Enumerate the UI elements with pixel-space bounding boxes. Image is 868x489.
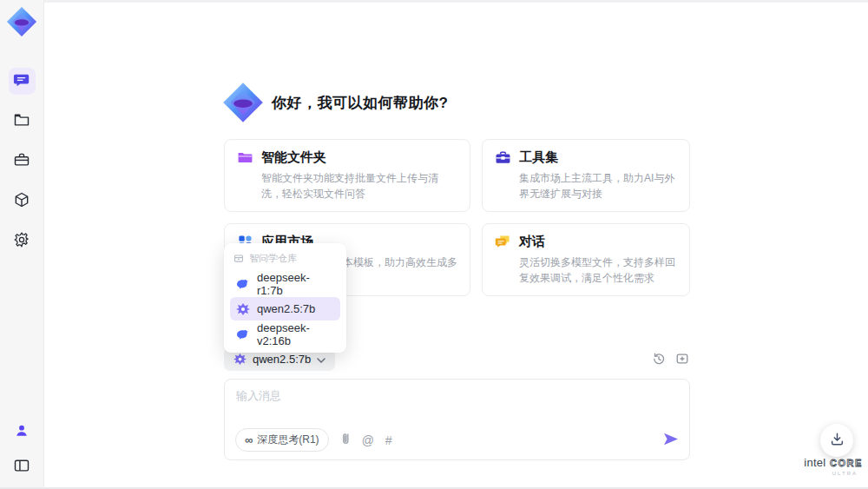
composer-toolbar: ∞ 深度思考(R1) @ # <box>235 428 679 452</box>
cube-icon <box>13 191 30 212</box>
selected-model-label: qwen2.5:7b <box>253 353 311 366</box>
folder-outline-icon <box>13 111 30 132</box>
card-title: 智能文件夹 <box>261 149 326 166</box>
ultra-wordmark: ULTRA <box>804 471 863 476</box>
send-icon <box>663 433 679 448</box>
model-dropdown-header-label: 智问学仓库 <box>249 252 297 265</box>
message-input[interactable]: 输入消息 <box>236 388 281 404</box>
conversation-actions <box>652 352 689 366</box>
gear-icon <box>13 231 30 252</box>
model-option-label: deepseek-v2:16b <box>257 321 334 347</box>
qwen-icon <box>236 302 250 316</box>
composer-icons: @ # <box>341 432 392 449</box>
sidebar-nav <box>0 68 43 254</box>
composer-panel: 输入消息 ∞ 深度思考(R1) @ # <box>224 379 690 460</box>
greeting: 你好，我可以如何帮助你? <box>222 82 448 123</box>
deep-think-toggle[interactable]: ∞ 深度思考(R1) <box>235 428 329 452</box>
history-icon[interactable] <box>652 352 666 366</box>
sidebar-item-chat[interactable] <box>9 68 36 95</box>
model-option-label: qwen2.5:7b <box>257 302 315 315</box>
qwen-icon <box>233 353 247 366</box>
hash-icon[interactable]: # <box>385 434 392 446</box>
download-fab[interactable] <box>820 424 853 457</box>
briefcase-outline-icon <box>13 151 30 172</box>
repository-icon <box>233 253 244 265</box>
model-option-qwen[interactable]: qwen2.5:7b <box>230 297 340 320</box>
chat-bubble-icon <box>495 234 511 250</box>
card-title: 对话 <box>519 234 545 250</box>
card-title: 工具集 <box>519 149 558 166</box>
user-icon <box>13 422 30 443</box>
card-description: 灵活切换多模型文件，支持多样回复效果调试，满足个性化需求 <box>519 254 677 286</box>
core-wordmark: CORE <box>830 458 863 468</box>
window-top-edge <box>43 0 868 3</box>
paperclip-icon[interactable] <box>341 432 351 449</box>
greeting-logo-icon <box>222 82 264 123</box>
card-toolset[interactable]: 工具集 集成市场上主流工具，助力AI与外界无缝扩展与对接 <box>482 139 690 212</box>
sidebar-item-account[interactable] <box>9 419 36 446</box>
card-description: 智能文件夹功能支持批量文件上传与清洗，轻松实现文件问答 <box>261 170 457 202</box>
model-option-deepseek-r1[interactable]: deepseek-r1:7b <box>230 272 340 295</box>
sidebar-item-models[interactable] <box>9 188 36 215</box>
sidebar <box>0 0 44 489</box>
mention-icon[interactable]: @ <box>362 434 374 446</box>
sidebar-item-collapse-panel[interactable] <box>9 453 36 480</box>
sidebar-item-toolbox[interactable] <box>9 148 36 175</box>
app-logo-icon <box>6 6 37 37</box>
greeting-text: 你好，我可以如何帮助你? <box>272 93 448 113</box>
briefcase-icon <box>495 149 511 166</box>
intel-wordmark: intel <box>804 456 825 469</box>
model-dropdown: 智问学仓库 deepseek-r1:7b qwen2.5:7b deepseek… <box>224 243 346 353</box>
deepseek-icon <box>236 277 250 291</box>
card-smart-folder[interactable]: 智能文件夹 智能文件夹功能支持批量文件上传与清洗，轻松实现文件问答 <box>224 139 470 212</box>
folder-icon <box>237 149 253 166</box>
model-dropdown-header: 智问学仓库 <box>230 250 340 270</box>
card-description: 集成市场上主流工具，助力AI与外界无缝扩展与对接 <box>519 170 677 202</box>
deepseek-icon <box>236 327 250 341</box>
model-option-deepseek-v2[interactable]: deepseek-v2:16b <box>230 322 340 346</box>
deep-think-icon: ∞ <box>245 434 253 446</box>
sidebar-item-settings[interactable] <box>9 228 36 254</box>
chevron-down-icon <box>317 353 326 366</box>
deep-think-label: 深度思考(R1) <box>257 433 319 447</box>
card-dialogue[interactable]: 对话 灵活切换多模型文件，支持多样回复效果调试，满足个性化需求 <box>482 223 690 296</box>
sidebar-item-folders[interactable] <box>9 108 36 135</box>
download-icon <box>830 432 845 449</box>
send-button[interactable] <box>663 433 679 448</box>
new-window-icon[interactable] <box>675 352 689 366</box>
card-description-partial: 本模板，助力高效生成多 <box>343 254 457 270</box>
panel-layout-icon <box>13 457 30 478</box>
model-option-label: deepseek-r1:7b <box>257 271 334 297</box>
chat-icon <box>13 71 30 92</box>
sidebar-bottom <box>0 419 43 480</box>
intel-core-logo: intel CORE ULTRA <box>804 454 863 476</box>
